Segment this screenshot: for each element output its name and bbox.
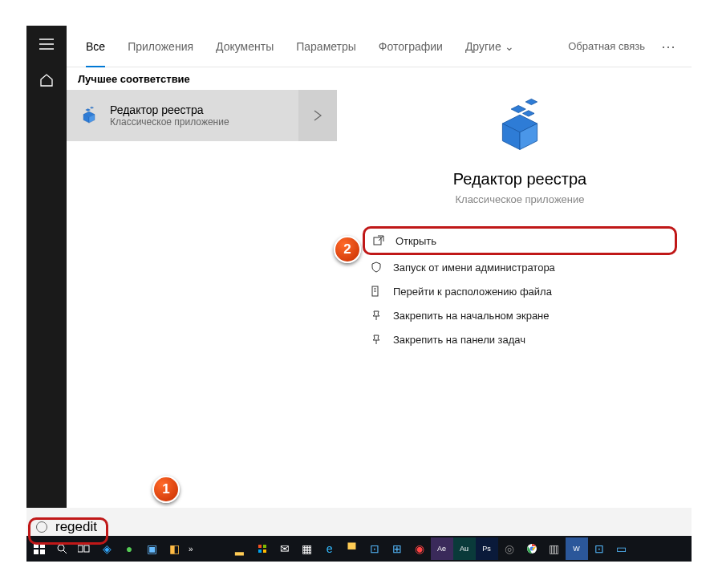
cortana-circle-icon xyxy=(36,521,47,533)
action-open-location[interactable]: Перейти к расположению файла xyxy=(363,279,677,303)
action-label: Открыть xyxy=(396,235,436,247)
action-label: Закрепить на начальном экране xyxy=(393,310,550,322)
svg-rect-10 xyxy=(258,545,262,548)
tab-more[interactable]: Другие⌄ xyxy=(454,26,525,67)
svg-point-7 xyxy=(58,545,64,551)
taskbar-app-icon[interactable]: ● xyxy=(118,537,140,560)
tab-apps[interactable]: Приложения xyxy=(116,26,205,67)
home-button[interactable] xyxy=(26,62,67,98)
action-pin-taskbar[interactable]: Закрепить на панели задач xyxy=(363,327,677,351)
taskbar-app-icon[interactable]: ▭ xyxy=(611,537,633,560)
pin-icon xyxy=(369,334,383,345)
taskbar-app-icon[interactable]: ▂ xyxy=(229,537,251,560)
menu-button[interactable] xyxy=(26,26,67,62)
taskbar-app-icon[interactable]: Ps xyxy=(476,537,498,560)
taskbar-app-icon[interactable]: e xyxy=(318,537,341,560)
taskbar-app-icon[interactable]: W xyxy=(566,537,588,560)
taskbar-app-icon[interactable] xyxy=(251,537,274,560)
svg-rect-5 xyxy=(34,549,39,554)
taskbar-app-icon[interactable]: ✉ xyxy=(274,537,296,560)
action-run-admin[interactable]: Запуск от имени администратора xyxy=(363,255,677,279)
taskbar-app-icon[interactable]: Ae xyxy=(431,537,453,560)
search-header: Все Приложения Документы Параметры Фотог… xyxy=(67,26,692,67)
regedit-large-icon xyxy=(488,91,552,156)
result-subtitle: Классическое приложение xyxy=(110,116,229,128)
taskbar-app-icon[interactable]: ▥ xyxy=(543,537,566,560)
start-button[interactable] xyxy=(28,537,51,560)
svg-rect-4 xyxy=(40,543,45,548)
taskbar-overflow-icon[interactable]: » xyxy=(185,545,197,554)
taskbar-app-icon[interactable]: ◎ xyxy=(498,537,521,560)
taskbar-app-icon[interactable]: ◉ xyxy=(408,537,431,560)
taskbar-app-icon[interactable]: ◧ xyxy=(163,537,185,560)
shield-icon xyxy=(369,262,383,273)
taskbar-app-icon[interactable]: ⊡ xyxy=(363,537,386,560)
tab-docs[interactable]: Документы xyxy=(205,26,285,67)
annotation-badge-1: 1 xyxy=(152,476,180,503)
best-match-label: Лучшее соответствие xyxy=(67,67,371,90)
taskbar-app-icon[interactable]: ⊞ xyxy=(386,537,408,560)
tab-photos[interactable]: Фотографии xyxy=(367,26,454,67)
folder-icon xyxy=(369,286,383,297)
open-icon xyxy=(371,235,386,246)
detail-subtitle: Классическое приложение xyxy=(455,193,584,205)
action-open[interactable]: Открыть xyxy=(363,226,677,255)
tab-all[interactable]: Все xyxy=(75,26,116,67)
task-view-icon[interactable] xyxy=(73,537,95,560)
action-label: Запуск от имени администратора xyxy=(393,262,555,274)
search-input[interactable] xyxy=(55,519,682,535)
left-rail xyxy=(26,26,67,534)
action-label: Закрепить на панели задач xyxy=(393,334,525,346)
taskbar-app-icon[interactable]: ◈ xyxy=(95,537,118,560)
result-title: Редактор реестра xyxy=(110,103,229,116)
detail-pane: Редактор реестра Классическое приложение… xyxy=(348,67,692,534)
tab-settings[interactable]: Параметры xyxy=(285,26,367,67)
taskbar: ◈ ● ▣ ◧ » ▂ ✉ ▦ e ▀ ⊡ ⊞ ◉ Ae Au Ps ◎ ▥ W… xyxy=(26,536,692,562)
svg-rect-11 xyxy=(263,545,266,548)
feedback-link[interactable]: Обратная связь xyxy=(560,40,653,52)
chevron-down-icon: ⌄ xyxy=(505,40,514,53)
more-icon[interactable]: ⋯ xyxy=(653,38,684,55)
taskbar-app-icon[interactable]: ▦ xyxy=(296,537,318,560)
svg-rect-9 xyxy=(84,545,89,552)
action-pin-start[interactable]: Закрепить на начальном экране xyxy=(363,303,677,327)
result-item-regedit[interactable]: Редактор реестра Классическое приложение xyxy=(67,90,337,141)
regedit-icon xyxy=(76,103,102,128)
action-label: Перейти к расположению файла xyxy=(393,286,552,298)
expand-arrow-button[interactable] xyxy=(298,90,337,141)
pin-icon xyxy=(369,310,383,321)
svg-rect-12 xyxy=(258,549,262,553)
annotation-badge-2: 2 xyxy=(334,236,361,263)
svg-rect-1 xyxy=(374,237,381,245)
svg-rect-13 xyxy=(263,549,266,553)
svg-rect-6 xyxy=(40,549,45,554)
taskbar-app-icon[interactable]: Au xyxy=(453,537,476,560)
taskbar-search-icon[interactable] xyxy=(51,537,73,560)
taskbar-app-icon[interactable] xyxy=(521,537,543,560)
svg-rect-3 xyxy=(34,543,39,548)
svg-rect-8 xyxy=(78,545,83,552)
taskbar-app-icon[interactable]: ▣ xyxy=(140,537,163,560)
detail-title: Редактор реестра xyxy=(453,170,586,189)
taskbar-app-icon[interactable]: ▀ xyxy=(341,537,363,560)
taskbar-app-icon[interactable]: ⊡ xyxy=(588,537,611,560)
